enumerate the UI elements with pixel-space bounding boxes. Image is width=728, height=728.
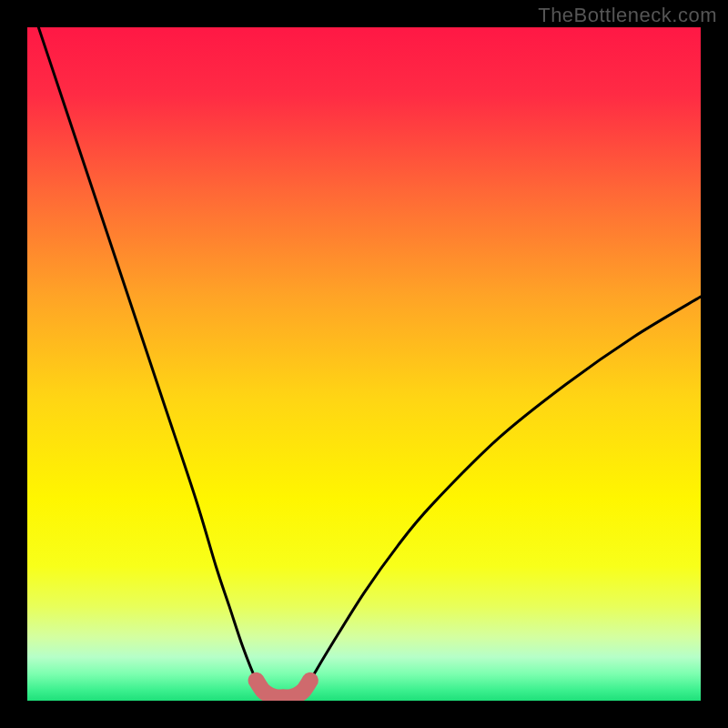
curve-layer	[27, 27, 701, 701]
highlight-segment	[257, 681, 310, 698]
plot-area	[27, 27, 701, 701]
watermark-text: TheBottleneck.com	[538, 4, 717, 27]
bottleneck-curve	[27, 27, 701, 697]
chart-frame: TheBottleneck.com	[0, 0, 728, 728]
